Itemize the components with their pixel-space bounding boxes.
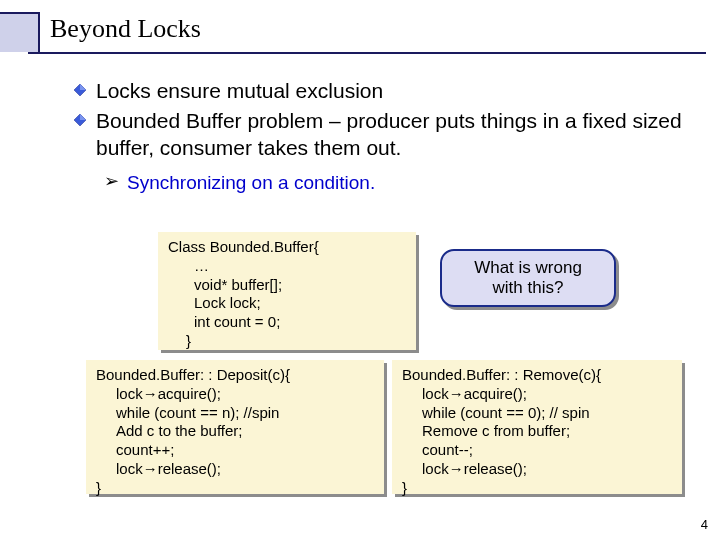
code-box-deposit: Bounded.Buffer: : Deposit(c){ lock→acqui…: [86, 360, 384, 494]
code-line: …: [168, 257, 406, 276]
code-line: lock→release();: [402, 460, 672, 479]
code-box-class-decl: Class Bounded.Buffer{ … void* buffer[]; …: [158, 232, 416, 350]
code-line: Lock lock;: [168, 294, 406, 313]
title-ornament-square: [0, 12, 40, 52]
code-line: lock→release();: [96, 460, 374, 479]
code-line: while (count == n); //spin: [96, 404, 374, 423]
bullet-text: Locks ensure mutual exclusion: [96, 78, 383, 104]
code-box-remove: Bounded.Buffer: : Remove(c){ lock→acquir…: [392, 360, 682, 494]
page-number: 4: [701, 517, 708, 532]
code-line: lock→acquire();: [96, 385, 374, 404]
sub-bullet-text: Synchronizing on a condition.: [127, 171, 375, 195]
code-line: count++;: [96, 441, 374, 460]
slide-body: Locks ensure mutual exclusion Bounded Bu…: [74, 78, 690, 209]
title-bar: Beyond Locks: [28, 12, 706, 54]
code-line: Bounded.Buffer: : Remove(c){: [402, 366, 601, 383]
code-line: void* buffer[];: [168, 276, 406, 295]
code-line: }: [168, 332, 406, 351]
code-line: int count = 0;: [168, 313, 406, 332]
diamond-bullet-icon: [74, 114, 86, 126]
code-line: Class Bounded.Buffer{: [168, 238, 319, 255]
bullet-item: Bounded Buffer problem – producer puts t…: [74, 108, 690, 161]
code-line: count--;: [402, 441, 672, 460]
slide: Beyond Locks Locks ensure mutual exclusi…: [0, 0, 720, 540]
triangle-bullet-icon: ➢: [104, 171, 119, 193]
sub-bullet-item: ➢ Synchronizing on a condition.: [104, 171, 690, 195]
bullet-item: Locks ensure mutual exclusion: [74, 78, 690, 104]
svg-marker-1: [80, 84, 86, 90]
code-line: }: [96, 479, 101, 496]
code-line: Bounded.Buffer: : Deposit(c){: [96, 366, 290, 383]
code-line: lock→acquire();: [402, 385, 672, 404]
callout-question: What is wrong with this?: [440, 249, 616, 307]
svg-marker-3: [80, 114, 86, 120]
bullet-text: Bounded Buffer problem – producer puts t…: [96, 108, 690, 161]
diamond-bullet-icon: [74, 84, 86, 96]
code-line: }: [402, 479, 407, 496]
code-line: Add c to the buffer;: [96, 422, 374, 441]
code-line: while (count == 0); // spin: [402, 404, 672, 423]
code-line: Remove c from buffer;: [402, 422, 672, 441]
slide-title: Beyond Locks: [28, 12, 706, 44]
